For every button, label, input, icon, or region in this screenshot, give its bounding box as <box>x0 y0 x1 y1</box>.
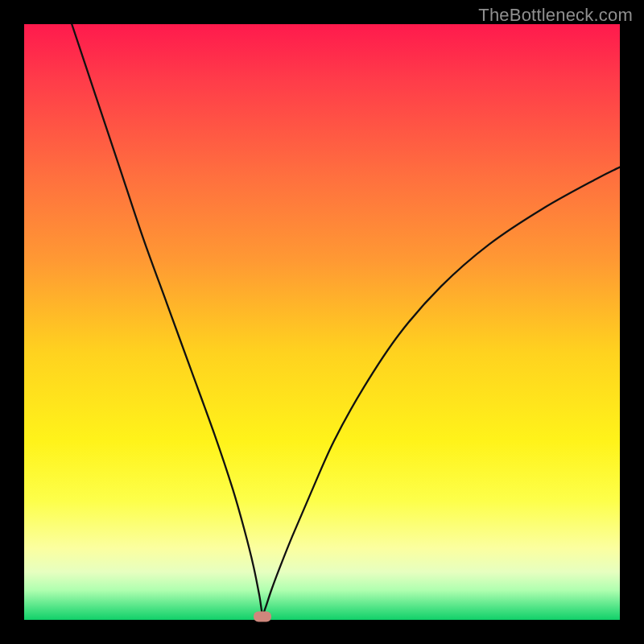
plot-area <box>24 24 620 620</box>
bottleneck-curve <box>72 24 620 614</box>
chart-frame: TheBottleneck.com <box>0 0 644 644</box>
curve-svg <box>24 24 620 620</box>
min-marker <box>254 612 271 622</box>
watermark-text: TheBottleneck.com <box>478 5 633 26</box>
